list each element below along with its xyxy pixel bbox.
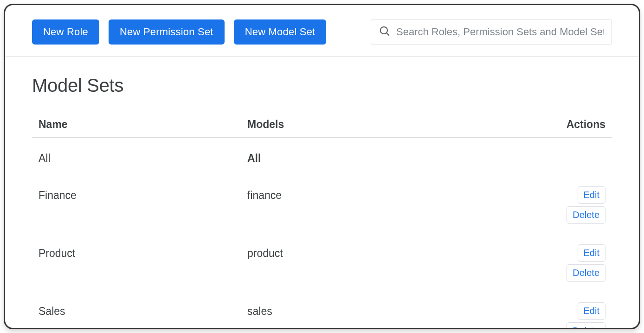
- cell-models: product: [247, 244, 541, 260]
- cell-actions: Edit Delete: [541, 186, 605, 224]
- delete-button[interactable]: Delete: [567, 322, 605, 329]
- new-permission-set-button[interactable]: New Permission Set: [109, 19, 225, 45]
- cell-models: sales: [247, 302, 541, 318]
- page-title: Model Sets: [32, 75, 612, 96]
- new-role-button[interactable]: New Role: [32, 19, 99, 45]
- search-input[interactable]: [396, 26, 604, 38]
- cell-models: All: [247, 149, 541, 165]
- table-row: Product product Edit Delete: [32, 234, 612, 292]
- cell-models: finance: [247, 186, 541, 202]
- search-field-wrapper[interactable]: [371, 19, 612, 45]
- toolbar: New Role New Permission Set New Model Se…: [5, 5, 639, 57]
- cell-actions: Edit Delete: [541, 302, 605, 329]
- content: Model Sets Name Models Actions All All F…: [5, 57, 639, 329]
- table-row: All All: [32, 138, 612, 176]
- table-header: Name Models Actions: [32, 112, 612, 138]
- svg-line-1: [386, 33, 389, 36]
- cell-name: Sales: [39, 302, 247, 318]
- new-model-set-button[interactable]: New Model Set: [234, 19, 327, 45]
- table-row: Finance finance Edit Delete: [32, 176, 612, 234]
- cell-name: Product: [39, 244, 247, 260]
- edit-button[interactable]: Edit: [578, 244, 605, 262]
- model-sets-table: Name Models Actions All All Finance fina…: [32, 112, 612, 329]
- cell-name: All: [39, 149, 247, 165]
- table-row: Sales sales Edit Delete: [32, 292, 612, 329]
- edit-button[interactable]: Edit: [578, 302, 605, 320]
- cell-name: Finance: [39, 186, 247, 202]
- svg-point-0: [380, 27, 387, 34]
- column-header-name: Name: [39, 118, 247, 131]
- search-icon: [379, 25, 391, 39]
- delete-button[interactable]: Delete: [567, 206, 605, 224]
- cell-actions: Edit Delete: [541, 244, 605, 282]
- window-frame: New Role New Permission Set New Model Se…: [4, 4, 640, 329]
- column-header-actions: Actions: [541, 118, 605, 131]
- column-header-models: Models: [247, 118, 541, 131]
- edit-button[interactable]: Edit: [578, 186, 605, 204]
- delete-button[interactable]: Delete: [567, 264, 605, 282]
